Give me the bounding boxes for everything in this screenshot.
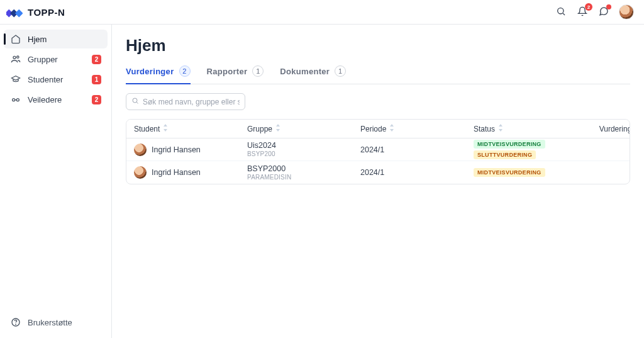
messages-dot — [606, 4, 611, 9]
status-badge: MIDTVEISVURDERING — [474, 140, 545, 149]
sort-icon — [275, 124, 281, 133]
sidebar-support-label: Brukerstøtte — [28, 318, 72, 327]
search-button[interactable] — [555, 6, 567, 18]
sidebar-item-label: Grupper — [28, 55, 86, 64]
status-badge: MIDTVEISVURDERING — [474, 168, 545, 177]
header: TOPP-N 2 — [0, 0, 644, 25]
sort-icon — [497, 124, 504, 133]
tabs: Vurderinger 2 Rapporter 1 Dokumenter 1 — [126, 65, 630, 84]
users-icon — [10, 54, 21, 65]
tab-vurderinger[interactable]: Vurderinger 2 — [126, 65, 191, 84]
table: Student Gruppe Periode — [126, 119, 630, 184]
tab-dokumenter[interactable]: Dokumenter 1 — [280, 65, 346, 84]
sidebar-item-veiledere[interactable]: Veiledere 2 — [4, 90, 108, 109]
table-row: Ingrid Hansen BSYP2000 PARAMEDISIN 2024/… — [126, 161, 630, 184]
brand-name: TOPP-N — [28, 7, 65, 18]
cell-gruppe[interactable]: Uis2024 BSYP200 — [247, 141, 360, 158]
svg-point-6 — [17, 56, 19, 58]
grad-cap-icon — [10, 74, 21, 85]
sidebar-item-grupper[interactable]: Grupper 2 — [4, 50, 108, 69]
tab-label: Dokumenter — [280, 67, 330, 76]
sidebar-item-studenter[interactable]: Studenter 1 — [4, 70, 108, 89]
avatar-icon — [134, 166, 147, 179]
svg-rect-2 — [15, 9, 23, 18]
th-periode[interactable]: Periode — [360, 124, 474, 133]
search-input[interactable] — [143, 98, 240, 106]
notifications-button[interactable]: 2 — [576, 6, 589, 18]
cell-periode: 2024/1 — [360, 168, 474, 177]
table-row: Ingrid Hansen Uis2024 BSYP200 2024/1 MID… — [126, 138, 630, 161]
sidebar-item-label: Studenter — [28, 75, 86, 84]
glasses-icon — [10, 94, 21, 105]
search-wrap — [126, 93, 630, 110]
page-title: Hjem — [126, 36, 630, 55]
th-status[interactable]: Status — [474, 124, 587, 133]
logo[interactable]: TOPP-N — [6, 6, 65, 18]
sort-icon — [389, 124, 395, 133]
svg-line-13 — [136, 102, 138, 103]
sidebar-item-label: Hjem — [28, 35, 101, 44]
sidebar-item-label: Veiledere — [28, 95, 86, 104]
avatar-icon — [134, 144, 147, 156]
cell-student[interactable]: Ingrid Hansen — [134, 144, 247, 156]
tab-count: 2 — [179, 65, 191, 77]
cell-periode: 2024/1 — [360, 145, 474, 154]
th-student[interactable]: Student — [134, 124, 247, 133]
sidebar-nav: Hjem Grupper 2 Studenter 1 V — [4, 30, 108, 109]
notifications-badge: 2 — [585, 3, 592, 11]
table-header: Student Gruppe Periode — [126, 120, 630, 138]
sidebar: Hjem Grupper 2 Studenter 1 V — [0, 25, 112, 338]
tab-label: Rapporter — [207, 67, 248, 76]
sidebar-badge: 2 — [92, 55, 101, 64]
sidebar-item-hjem[interactable]: Hjem — [4, 30, 108, 48]
logo-icon — [6, 6, 23, 18]
cell-status: MIDTVEISVURDERING — [474, 168, 587, 177]
svg-point-3 — [558, 8, 564, 13]
svg-line-4 — [563, 13, 565, 15]
tab-count: 1 — [335, 65, 346, 77]
layout: Hjem Grupper 2 Studenter 1 V — [0, 25, 644, 338]
messages-button[interactable] — [597, 6, 610, 18]
tab-rapporter[interactable]: Rapporter 1 — [207, 65, 264, 84]
svg-point-7 — [13, 99, 15, 101]
svg-point-11 — [16, 324, 16, 325]
status-badge: SLUTTVURDERING — [474, 150, 536, 159]
th-vurderingslogg: Vurderingslogg — [599, 125, 630, 133]
tab-label: Vurderinger — [126, 67, 174, 76]
tab-count: 1 — [252, 65, 264, 77]
header-left: TOPP-N — [6, 6, 65, 18]
help-icon — [10, 317, 21, 328]
main: Hjem Vurderinger 2 Rapporter 1 Dokumente… — [112, 25, 644, 338]
search-field[interactable] — [126, 93, 245, 110]
search-icon — [131, 97, 139, 106]
cell-student[interactable]: Ingrid Hansen — [134, 166, 247, 179]
sidebar-badge: 1 — [92, 75, 101, 84]
sidebar-badge: 2 — [92, 95, 101, 104]
sidebar-support[interactable]: Brukerstøtte — [4, 312, 108, 333]
svg-point-12 — [133, 98, 137, 103]
header-right: 2 — [555, 4, 634, 20]
avatar[interactable] — [619, 4, 634, 20]
home-icon — [10, 33, 21, 45]
sort-icon — [162, 124, 169, 133]
svg-point-5 — [13, 56, 16, 59]
sidebar-spacer — [4, 109, 108, 312]
cell-gruppe[interactable]: BSYP2000 PARAMEDISIN — [247, 164, 360, 181]
th-gruppe[interactable]: Gruppe — [247, 124, 360, 133]
svg-point-8 — [16, 99, 19, 101]
search-icon — [556, 6, 566, 18]
cell-status: MIDTVEISVURDERING SLUTTVURDERING — [474, 140, 587, 159]
